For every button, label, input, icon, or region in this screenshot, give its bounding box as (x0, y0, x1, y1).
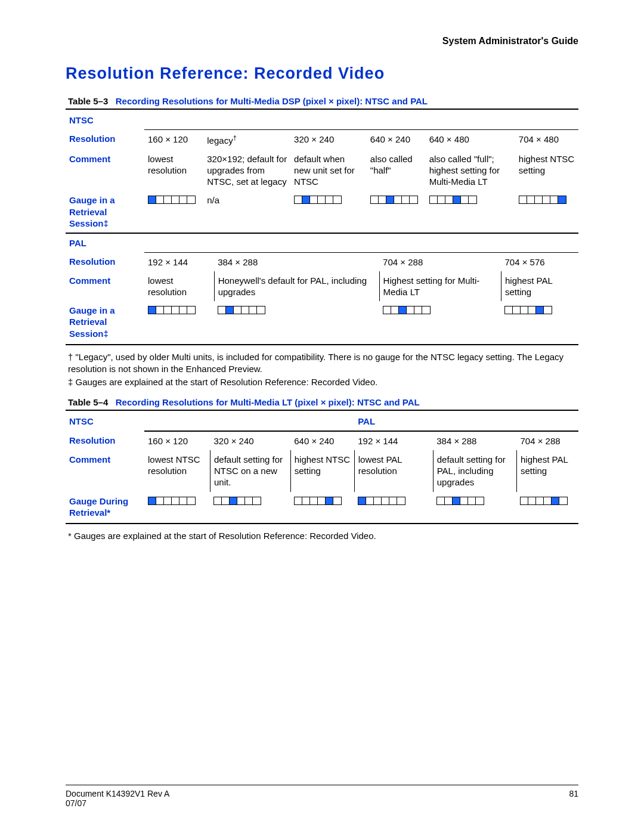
gauge-cell (426, 191, 515, 233)
cell: lowest NTSC resolution (144, 450, 210, 492)
gauge-cell (290, 191, 367, 233)
footnote-dagger: † "Legacy", used by older Multi units, i… (68, 351, 576, 376)
cell: 192 × 144 (144, 252, 214, 271)
row-label-gauge: Gauge in a Retrieval Session‡ (66, 301, 144, 343)
gauge-cell (516, 492, 578, 522)
gauge-cell (144, 492, 210, 522)
cell: highest NTSC setting (515, 150, 578, 191)
page-footer: Document K14392V1 Rev A 07/07 81 (66, 781, 578, 808)
cell: highest PAL setting (501, 271, 578, 301)
cell: lowest resolution (144, 271, 214, 301)
cell: 160 × 120 (144, 431, 210, 450)
row-label-comment: Comment (66, 150, 144, 191)
cell: 320 × 240 (290, 129, 367, 150)
cell: 384 × 288 (433, 431, 516, 450)
cell: 640 × 240 (367, 129, 426, 150)
page-number: 81 (569, 789, 578, 808)
cell: highest NTSC setting (290, 450, 354, 492)
cell: lowest resolution (144, 150, 203, 191)
gauge-cell (354, 492, 433, 522)
caption-main: Recording Resolutions for Multi-Media DS… (116, 96, 428, 106)
cell: 640 × 480 (426, 129, 515, 150)
gauge-cell (144, 301, 214, 343)
cell: Highest setting for Multi-Media LT (379, 271, 501, 301)
cell: legacy† (203, 129, 290, 150)
row-label-gauge: Gauge in a Retrieval Session‡ (66, 191, 144, 233)
caption-left: Table 5–3 (68, 96, 108, 106)
doc-id: Document K14392V1 Rev A (66, 789, 169, 798)
gauge-cell (515, 191, 578, 233)
cell: 704 × 288 (516, 431, 578, 450)
cell: default setting for NTSC on a new unit. (210, 450, 290, 492)
caption-main: Recording Resolutions for Multi-Media LT… (116, 397, 420, 407)
gauge-cell (144, 191, 203, 233)
pal-label: PAL (354, 412, 433, 431)
table-5-3-pal: PAL Resolution 192 × 144 384 × 288 704 ×… (66, 233, 578, 343)
rule (66, 410, 578, 411)
cell: 704 × 576 (501, 252, 578, 271)
row-label-comment: Comment (66, 450, 144, 492)
cell: 640 × 240 (290, 431, 354, 450)
page-header-title: System Administrator's Guide (66, 36, 578, 47)
gauge-cell (210, 492, 290, 522)
row-label-comment: Comment (66, 271, 144, 301)
footer-rule (66, 785, 578, 785)
gauge-cell: n/a (203, 191, 290, 233)
cell: 320×192; default for upgrades from NTSC,… (203, 150, 290, 191)
cell: highest PAL setting (516, 450, 578, 492)
table-5-4-footnotes: * Gauges are explained at the start of R… (68, 530, 576, 542)
cell: 384 × 288 (214, 252, 379, 271)
footnote-double-dagger: ‡ Gauges are explained at the start of R… (68, 376, 576, 388)
cell: 192 × 144 (354, 431, 433, 450)
gauge-cell (433, 492, 516, 522)
cell: Honeywell's default for PAL, including u… (214, 271, 379, 301)
gauge-cell (379, 301, 501, 343)
ntsc-label: NTSC (66, 412, 144, 431)
cell: 160 × 120 (144, 129, 203, 150)
row-label-gauge: Gauge During Retrieval* (66, 492, 144, 522)
table-5-3-caption: Table 5–3 Recording Resolutions for Mult… (66, 96, 578, 106)
pal-label: PAL (66, 233, 144, 252)
gauge-cell (367, 191, 426, 233)
cell: 704 × 480 (515, 129, 578, 150)
cell: also called "half" (367, 150, 426, 191)
footnote-star: * Gauges are explained at the start of R… (68, 530, 576, 542)
cell: 704 × 288 (379, 252, 501, 271)
gauge-cell (501, 301, 578, 343)
gauge-cell (214, 301, 379, 343)
section-title: Resolution Reference: Recorded Video (66, 64, 578, 83)
rule (66, 344, 578, 345)
table-5-4: NTSC PAL Resolution 160 × 120 320 × 240 … (66, 412, 578, 522)
gauge-cell (290, 492, 354, 522)
table-5-4-caption: Table 5–4 Recording Resolutions for Mult… (66, 397, 578, 407)
table-5-3-ntsc: NTSC Resolution 160 × 120 legacy† 320 × … (66, 111, 578, 233)
ntsc-label: NTSC (66, 111, 144, 129)
table-5-3-footnotes: † "Legacy", used by older Multi units, i… (68, 351, 576, 389)
cell: default setting for PAL, including upgra… (433, 450, 516, 492)
cell: lowest PAL resolution (354, 450, 433, 492)
cell: also called "full"; highest setting for … (426, 150, 515, 191)
row-label-resolution: Resolution (66, 252, 144, 271)
doc-date: 07/07 (66, 798, 169, 808)
caption-left: Table 5–4 (68, 397, 108, 407)
row-label-resolution: Resolution (66, 129, 144, 150)
rule (66, 109, 578, 110)
cell: default when new unit set for NTSC (290, 150, 367, 191)
cell: 320 × 240 (210, 431, 290, 450)
row-label-resolution: Resolution (66, 431, 144, 450)
rule (66, 523, 578, 524)
